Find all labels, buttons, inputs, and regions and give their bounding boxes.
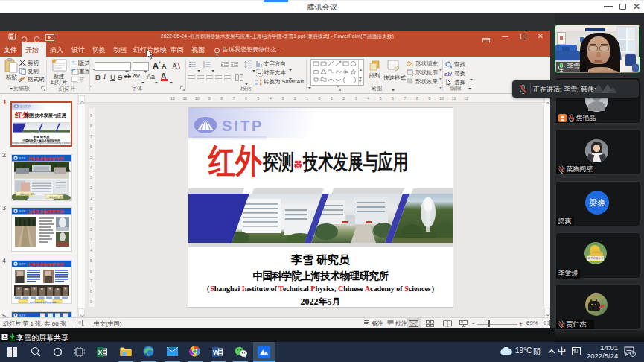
svg-text:上海研究所, 80%: 上海研究所, 80% xyxy=(47,196,64,199)
svg-text:上海技术物理研究所: 上海技术物理研究所 xyxy=(26,262,64,267)
svg-text:SITP: SITP xyxy=(20,104,31,109)
svg-text:上海技术物理研究所: 上海技术物理研究所 xyxy=(26,156,64,162)
svg-text:SITP: SITP xyxy=(19,262,26,266)
svg-text:3: 3 xyxy=(203,66,205,68)
svg-text:中国科学院上海技术物理研究所: 中国科学院上海技术物理研究所 xyxy=(22,139,60,142)
svg-text:上海研究所, 80%: 上海研究所, 80% xyxy=(18,193,35,196)
svg-text:SITP: SITP xyxy=(19,209,26,213)
svg-text:上海技术物理研究所: 上海技术物理研究所 xyxy=(26,209,64,215)
svg-text:3: 3 xyxy=(632,352,634,356)
svg-text:探测 技术发展与应用: 探测 技术发展与应用 xyxy=(24,112,66,118)
svg-text:SITP: SITP xyxy=(19,156,26,160)
svg-text:A: A xyxy=(172,62,178,70)
svg-text:上海技术物理研究所网站导航: 上海技术物理研究所网站导航 xyxy=(28,301,57,303)
svg-text:X: X xyxy=(98,349,103,356)
svg-text:2022年5月: 2022年5月 xyxy=(36,145,47,146)
svg-text:SITP: SITP xyxy=(222,118,264,134)
